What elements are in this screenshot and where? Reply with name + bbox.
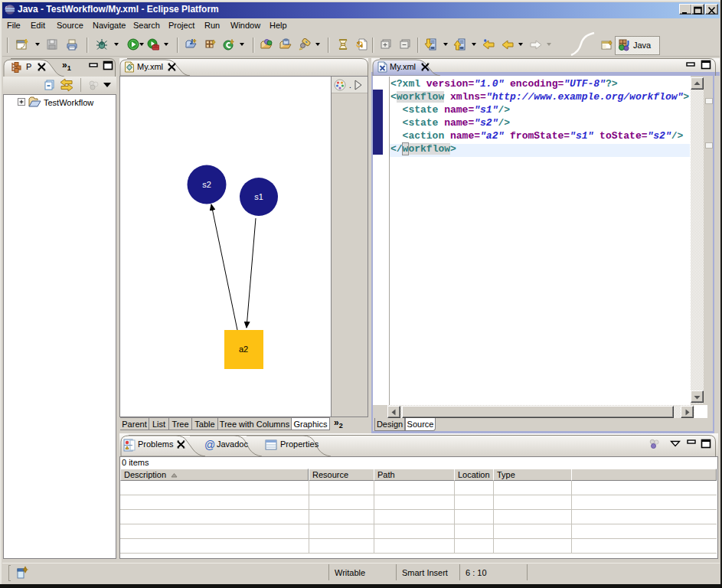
svg-text:s2: s2	[202, 180, 211, 189]
svg-text:s1: s1	[254, 192, 263, 201]
svg-text:a2: a2	[239, 345, 248, 354]
